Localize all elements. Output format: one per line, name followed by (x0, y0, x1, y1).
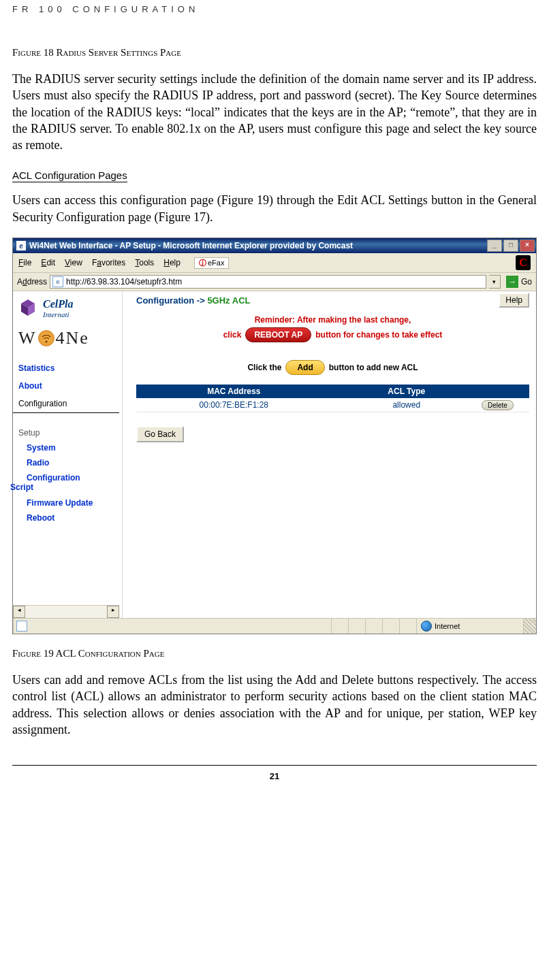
address-label: Address (17, 277, 47, 287)
menu-file[interactable]: File (18, 258, 31, 267)
running-header: FR 100 CONFIGURATION (12, 0, 537, 40)
crumb-5ghz-acl: 5GHz ACL (207, 295, 250, 306)
page-number: 21 (12, 765, 537, 781)
nav-firmware-update[interactable]: Firmware Update (13, 495, 122, 510)
celplan-logo-icon (17, 298, 39, 317)
figure-18-caption: Figure 18 Radius Server Settings Page (12, 47, 537, 59)
paragraph-3: Users can add and remove ACLs from the l… (12, 672, 537, 738)
menu-view[interactable]: View (65, 258, 82, 267)
reboot-ap-button[interactable]: REBOOT AP (245, 327, 311, 342)
cell-mac: 00:00:7E:BE:F1:28 (136, 400, 332, 410)
acl-table: MAC Address ACL Type 00:00:7E:BE:F1:28 a… (136, 385, 529, 412)
section-heading: ACL Configuration Pages (12, 169, 127, 182)
minimize-button[interactable]: _ (487, 240, 502, 252)
close-button[interactable]: × (520, 240, 535, 252)
table-row: 00:00:7E:BE:F1:28 allowed Delete (136, 398, 529, 412)
reminder-rest: button for changes to take effect (315, 330, 442, 340)
go-button[interactable]: → (506, 276, 518, 288)
nav-reboot[interactable]: Reboot (13, 510, 122, 525)
scroll-left-button[interactable]: ◂ (13, 606, 25, 618)
status-bar: Internet (13, 618, 536, 634)
menu-edit[interactable]: Edit (41, 258, 55, 267)
celplan-text-1: CelPla (43, 298, 73, 310)
window-title: Wi4Net Web Interface - AP Setup - Micros… (29, 241, 487, 250)
crumb-arrow: -> (197, 295, 208, 306)
celplan-text-2: Internati (43, 310, 73, 318)
browser-window: e Wi4Net Web Interface - AP Setup - Micr… (12, 238, 537, 634)
page-icon: e (52, 276, 63, 287)
address-input[interactable]: e http://63.98.33.104/setupfr3.htm (50, 275, 486, 289)
sidebar: CelPla Internati W 4Ne Statistics About … (13, 291, 123, 618)
cell-type: allowed (332, 400, 482, 410)
menu-favorites[interactable]: Favorites (92, 258, 125, 267)
nav-system[interactable]: System (13, 440, 122, 455)
nav-configuration[interactable]: Configuration (13, 395, 119, 413)
help-button[interactable]: Help (499, 293, 529, 308)
address-bar: Address e http://63.98.33.104/setupfr3.h… (13, 273, 536, 291)
go-back-button[interactable]: Go Back (136, 426, 184, 442)
breadcrumb: Configuration -> 5GHz ACL (136, 295, 529, 306)
ie-app-icon: e (16, 240, 27, 251)
col-mac-address: MAC Address (136, 387, 332, 396)
nav-config-script[interactable]: Configuration Script (13, 470, 122, 495)
reminder-click: click (223, 330, 242, 340)
status-page-icon (16, 621, 27, 632)
menu-tools[interactable]: Tools (135, 258, 154, 267)
paragraph-2: Users can access this configuration page… (12, 192, 537, 225)
comcast-logo-icon: C (516, 255, 531, 270)
maximize-button[interactable]: □ (503, 240, 518, 252)
resize-grip[interactable] (523, 619, 536, 634)
figure-19-caption: Figure 19 ACL Configuration Page (12, 648, 537, 659)
wi4net-logo: W 4Ne (13, 324, 122, 353)
add-pre: Click the (247, 363, 281, 372)
titlebar: e Wi4Net Web Interface - AP Setup - Micr… (13, 238, 536, 253)
menu-bar: File Edit View Favorites Tools Help ⓙeFa… (13, 253, 536, 273)
nav-statistics[interactable]: Statistics (13, 359, 122, 377)
col-acl-type: ACL Type (332, 387, 482, 396)
internet-zone-icon (421, 621, 432, 632)
address-dropdown-button[interactable]: ▾ (489, 275, 501, 289)
add-post: button to add new ACL (329, 363, 418, 372)
main-content: Configuration -> 5GHz ACL Help Reminder:… (123, 291, 536, 618)
menu-help[interactable]: Help (163, 258, 181, 267)
paragraph-1: The RADIUS server security settings incl… (12, 71, 537, 153)
status-zone-text: Internet (435, 622, 460, 630)
scroll-right-button[interactable]: ▸ (107, 606, 119, 618)
add-button[interactable]: Add (285, 360, 324, 375)
crumb-configuration: Configuration (136, 295, 194, 306)
sidebar-horizontal-scrollbar[interactable]: ◂ ▸ (13, 605, 119, 618)
go-label: Go (521, 277, 532, 287)
delete-button[interactable]: Delete (482, 400, 514, 410)
url-text: http://63.98.33.104/setupfr3.htm (66, 277, 182, 287)
wifi-signal-icon (38, 330, 54, 346)
nav-setup: Setup (13, 423, 122, 440)
reminder-text: Reminder: After making the last change, (255, 315, 411, 325)
nav-radio[interactable]: Radio (13, 455, 122, 470)
nav-about[interactable]: About (13, 377, 122, 395)
efax-toolbar-button[interactable]: ⓙeFax (194, 257, 229, 269)
